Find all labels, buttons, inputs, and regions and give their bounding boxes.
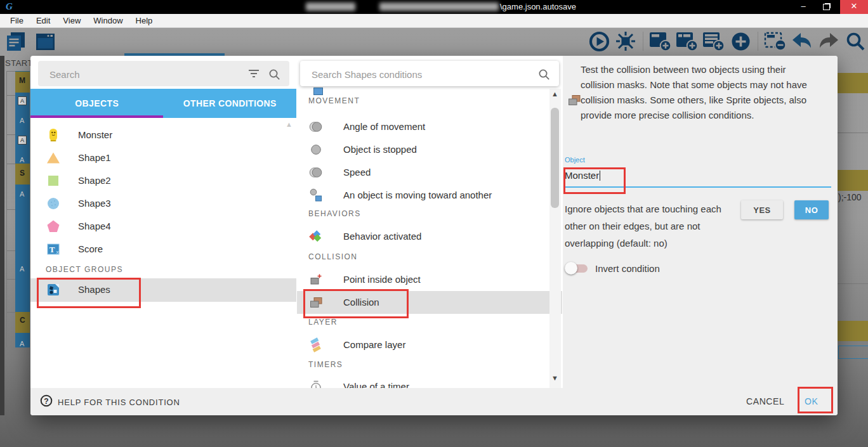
event-marker: A — [20, 156, 24, 164]
scene-window-icon[interactable] — [34, 30, 57, 53]
redacted-title-text — [306, 3, 355, 11]
stopped-circle-icon — [308, 142, 324, 157]
remove-event-icon[interactable] — [764, 30, 787, 53]
scrollbar-thumb[interactable] — [551, 108, 559, 208]
object-row-shape2[interactable]: Shape2 — [30, 169, 296, 192]
events-tree-branch — [6, 71, 15, 72]
event-header-bar — [838, 170, 868, 191]
debugger-icon[interactable] — [614, 30, 637, 53]
events-sheet-icon[interactable] — [5, 30, 28, 53]
events-tree-branch — [6, 312, 15, 313]
toolbar-separator — [758, 32, 758, 51]
object-search-input[interactable] — [48, 61, 241, 87]
yes-button[interactable]: YES — [741, 200, 783, 219]
event-divider — [838, 133, 868, 133]
tab-other-conditions[interactable]: OTHER CONDITIONS — [164, 89, 297, 118]
condition-row-object-is-stopped[interactable]: Object is stopped — [297, 138, 562, 161]
conditions-scrollbar[interactable]: ▲ ▼ — [549, 89, 561, 388]
help-link[interactable]: ? HELP FOR THIS CONDITION — [40, 394, 180, 410]
left-panel-tabs: OBJECTSOTHER CONDITIONS — [30, 89, 296, 118]
gdevelop-window: G \game.json.autosave – ✕ FileEditViewWi… — [0, 0, 868, 447]
moving-toward-icon — [308, 188, 324, 203]
object-row-shape1[interactable]: Shape1 — [30, 146, 296, 169]
event-header-bar — [838, 73, 868, 93]
redacted-title-text — [379, 3, 499, 11]
condition-row-point-inside-object[interactable]: Point inside object — [297, 268, 562, 291]
object-field-label: Object — [565, 156, 585, 164]
svg-text:x: x — [56, 249, 59, 255]
add-event-icon[interactable] — [649, 30, 672, 53]
selected-tab-indicator — [30, 115, 163, 118]
object-label: Shape1 — [78, 152, 111, 163]
object-label: Shape3 — [78, 198, 111, 209]
undo-icon[interactable] — [791, 30, 813, 53]
conditions-search-bar — [300, 61, 559, 86]
add-comment-icon[interactable] — [702, 30, 725, 53]
section-header-timers: TIMERS — [308, 360, 343, 369]
object-row-shape4[interactable]: Shape4 — [30, 215, 296, 238]
no-button[interactable]: NO — [794, 200, 829, 219]
condition-row-an-object-is-moving-toward-another[interactable]: An object is moving toward another — [297, 184, 562, 207]
clipped-list-icon — [313, 87, 323, 95]
object-row-shape3[interactable]: Shape3 — [30, 192, 296, 215]
section-header-collision: COLLISION — [308, 252, 358, 261]
event-marker: S — [20, 169, 25, 178]
event-code-snippet: );-100 — [838, 192, 862, 202]
condition-row-compare-layer[interactable]: Compare layer — [297, 334, 562, 356]
point-inside-icon — [308, 272, 324, 287]
search-icon[interactable] — [268, 68, 280, 83]
help-icon: ? — [40, 394, 53, 410]
menu-window[interactable]: Window — [87, 16, 129, 25]
triangle-shape-icon — [46, 150, 61, 165]
close-button[interactable]: ✕ — [840, 0, 868, 14]
condition-label: Speed — [343, 167, 371, 178]
object-label: Monster — [78, 129, 112, 140]
toolbar-left — [5, 30, 57, 53]
annotation-box-collision — [303, 289, 409, 318]
scene-tab-label[interactable]: START — [5, 58, 33, 68]
play-icon[interactable] — [588, 30, 610, 53]
menu-file[interactable]: File — [4, 16, 30, 25]
scroll-down-arrow[interactable]: ▼ — [551, 374, 558, 382]
condition-row-behavior-activated[interactable]: Behavior activated — [297, 225, 562, 248]
add-circle-icon[interactable] — [729, 30, 752, 53]
event-header-bar — [838, 321, 868, 341]
tab-objects[interactable]: OBJECTS — [30, 89, 164, 118]
condition-editor-dialog: Test the collision between two objects u… — [30, 56, 838, 415]
conditions-search-input[interactable] — [310, 61, 522, 87]
menu-view[interactable]: View — [56, 16, 87, 25]
condition-row-speed[interactable]: Speed — [297, 161, 562, 184]
event-marker: A — [20, 265, 24, 273]
menu-help[interactable]: Help — [129, 16, 159, 25]
object-label: Score — [78, 243, 103, 254]
condition-label: Point inside object — [343, 274, 421, 285]
minimize-button[interactable]: – — [792, 0, 815, 14]
search-icon[interactable] — [538, 68, 550, 83]
object-label: Shape2 — [78, 175, 111, 186]
invert-condition-toggle[interactable] — [565, 261, 589, 275]
condition-label: An object is moving toward another — [343, 190, 492, 200]
add-subevent-icon[interactable] — [676, 30, 699, 53]
events-tree-branch — [6, 279, 15, 280]
object-row-monster[interactable]: Monster — [30, 124, 296, 146]
search-icon[interactable] — [844, 30, 867, 53]
invert-condition-label: Invert condition — [595, 263, 660, 274]
condition-label: Behavior activated — [343, 231, 421, 242]
events-tree-branch — [6, 209, 15, 210]
event-marker: A — [20, 117, 24, 124]
redo-icon[interactable] — [817, 30, 840, 53]
layer-icon — [308, 337, 324, 353]
filter-icon[interactable] — [247, 68, 260, 81]
section-header-behaviors: BEHAVIORS — [308, 209, 361, 218]
pentagon-shape-icon — [46, 219, 61, 234]
cancel-button[interactable]: CANCEL — [741, 394, 789, 408]
condition-row-angle-of-movement[interactable]: Angle of movement — [297, 115, 562, 138]
behavior-icon — [308, 229, 324, 244]
object-row-score[interactable]: TxScore — [30, 238, 296, 261]
restore-button[interactable] — [815, 0, 838, 14]
events-tree-branch — [6, 250, 15, 251]
condition-description: Test the collision between two objects u… — [581, 62, 817, 123]
event-marker: A — [18, 96, 27, 105]
scroll-up-arrow[interactable]: ▲ — [551, 90, 558, 98]
menu-edit[interactable]: Edit — [30, 16, 56, 25]
